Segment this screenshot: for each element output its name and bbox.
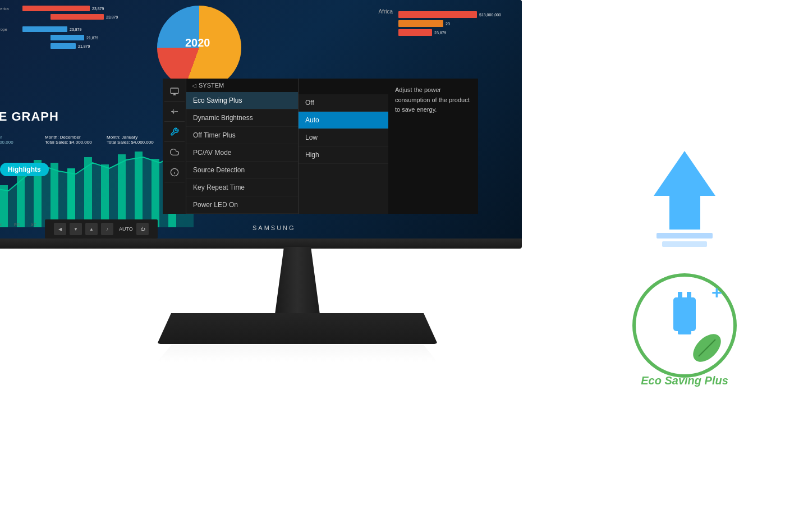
osd-item-off-timer[interactable]: Off Timer Plus: [186, 127, 298, 144]
africa-label: Africa: [378, 8, 393, 15]
chart-bar-9: [84, 157, 92, 227]
osd-bottom-controls: ◀ ▼ ▲ ♪ AUTO ⏻: [45, 219, 158, 239]
osd-item-eco-saving[interactable]: Eco Saving Plus: [186, 92, 298, 109]
highlights-badge[interactable]: Highlights: [0, 163, 49, 176]
bar-row-3: Europe 23,879: [0, 26, 140, 32]
pie-year-label: 2020: [185, 36, 210, 49]
stand-neck: [275, 247, 320, 314]
osd-icon-info[interactable]: [164, 162, 185, 182]
chart-bar-12: [135, 152, 143, 227]
svg-rect-0: [171, 88, 178, 93]
eco-plus-sign: +: [711, 282, 722, 302]
osd-icon-picture[interactable]: [164, 81, 185, 102]
plug-prong-right: [687, 292, 691, 301]
bar-group-europe: Europe 23,879 21,879 21,879: [0, 26, 140, 49]
right-panel: + Eco Saving Plus: [561, 0, 808, 532]
eco-badge-svg: +: [628, 269, 741, 382]
osd-icon-cloud[interactable]: [164, 142, 185, 162]
bar-val-2: 23,879: [106, 15, 118, 19]
btn-power[interactable]: ⏻: [136, 223, 149, 235]
eco-arrow-container: [654, 151, 715, 247]
samsung-logo: SAMSUNG: [252, 224, 296, 231]
chart-bar-5: [17, 171, 25, 227]
btn-left[interactable]: ◀: [54, 223, 66, 235]
right-bar-val-1: $13,000,000: [479, 13, 501, 17]
osd-sub-item-off[interactable]: Off: [299, 94, 388, 112]
osd-sub-item-auto[interactable]: Auto: [299, 112, 388, 129]
btn-down[interactable]: ▼: [70, 223, 82, 235]
right-bar-3: 23,879: [398, 29, 511, 36]
x-label-4: JK: [0, 223, 2, 227]
osd-sub-item-low[interactable]: Low: [299, 129, 388, 146]
arrow-up-triangle: [654, 151, 715, 196]
bar-fill-1: [22, 6, 90, 11]
chart-bar-13: [152, 159, 159, 227]
right-bar-2: 23: [398, 20, 511, 27]
bar-row-5: 21,879: [0, 43, 140, 49]
btn-up[interactable]: ▲: [85, 223, 98, 235]
bar-fill-5: [50, 43, 76, 49]
right-bar-val-2: 23: [446, 22, 450, 26]
osd-sub-item-high[interactable]: High: [299, 146, 388, 164]
right-bar-fill-2: [398, 20, 443, 27]
osd-item-key-repeat[interactable]: Key Repeat Time: [186, 179, 298, 196]
monitor-stand: [157, 247, 438, 362]
bar-label-1: America: [0, 7, 22, 11]
osd-item-dynamic-brightness[interactable]: Dynamic Brightness: [186, 109, 298, 127]
bar-row-2: 23,879: [0, 14, 140, 20]
chart-bar-7: [50, 163, 58, 227]
right-bar-1: $13,000,000: [398, 11, 511, 18]
bar-val-1: 23,879: [92, 7, 104, 11]
right-bar-fill-1: [398, 11, 477, 18]
bar-label-3: Europe: [0, 27, 22, 31]
plug-cord: [678, 330, 691, 334]
osd-title: SYSTEM: [199, 82, 224, 89]
btn-auto-label: AUTO: [119, 226, 133, 232]
osd-submenu: Off Auto Low High: [299, 79, 388, 214]
osd-info-panel: Adjust the power consumption of the prod…: [388, 79, 478, 214]
arrow-stem: [669, 196, 700, 230]
osd-icon-adjustment[interactable]: [164, 102, 185, 122]
osd-header: ◁ SYSTEM: [186, 79, 298, 92]
right-bar-val-3: 23,879: [434, 31, 446, 35]
stand-reflection: [157, 345, 438, 362]
bar-val-5: 21,879: [78, 44, 90, 48]
osd-item-power-led[interactable]: Power LED On: [186, 196, 298, 214]
chart-bar-11: [118, 154, 126, 227]
osd-icon-wrench[interactable]: [164, 122, 185, 142]
bar-fill-2: [50, 14, 104, 20]
bar-fill-4: [50, 35, 84, 40]
x-label-5: RG: [14, 223, 20, 227]
osd-main-menu: ◁ SYSTEM Eco Saving Plus Dynamic Brightn…: [186, 79, 299, 214]
x-label-6: XC: [31, 223, 36, 227]
eco-saving-badge: + Eco Saving Plus: [628, 269, 741, 382]
chart-bar-10: [101, 164, 109, 227]
osd-icon-sidebar: [163, 79, 186, 214]
arrow-line-2: [662, 241, 707, 247]
btn-menu[interactable]: ♪: [101, 223, 113, 235]
bar-val-3: 23,879: [70, 27, 81, 31]
top-bar-charts: America 23,879 23,879 Europe 23,879 21,: [0, 6, 140, 79]
monitor-container: America 23,879 23,879 Europe 23,879 21,: [0, 0, 561, 532]
right-bar-charts: $13,000,000 23 23,879: [398, 11, 511, 38]
chart-bar-8: [67, 168, 75, 227]
stand-base: [157, 313, 438, 344]
monitor-screen: America 23,879 23,879 Europe 23,879 21,: [0, 0, 522, 241]
bar-row-1: America 23,879: [0, 6, 140, 11]
arrow-line-1: [656, 233, 713, 239]
osd-item-source-detection[interactable]: Source Detection: [186, 162, 298, 179]
eco-saving-text: Eco Saving Plus: [641, 374, 728, 387]
dashboard-title: REVENUE GRAPH: [0, 109, 59, 124]
plug-body: [673, 297, 696, 331]
bar-val-4: 21,879: [86, 36, 98, 40]
osd-back-arrow[interactable]: ◁: [192, 82, 196, 89]
eco-text-label: Eco Saving Plus: [641, 374, 728, 387]
osd-info-text: Adjust the power consumption of the prod…: [395, 85, 471, 115]
osd-item-pcav-mode[interactable]: PC/AV Mode: [186, 144, 298, 162]
bar-fill-3: [22, 26, 67, 32]
osd-submenu-spacer: [299, 79, 388, 94]
plug-prong-left: [678, 292, 682, 301]
right-bar-fill-3: [398, 29, 432, 36]
arrow-graphic: [654, 151, 715, 247]
eco-badge-container: + Eco Saving Plus: [628, 269, 741, 382]
